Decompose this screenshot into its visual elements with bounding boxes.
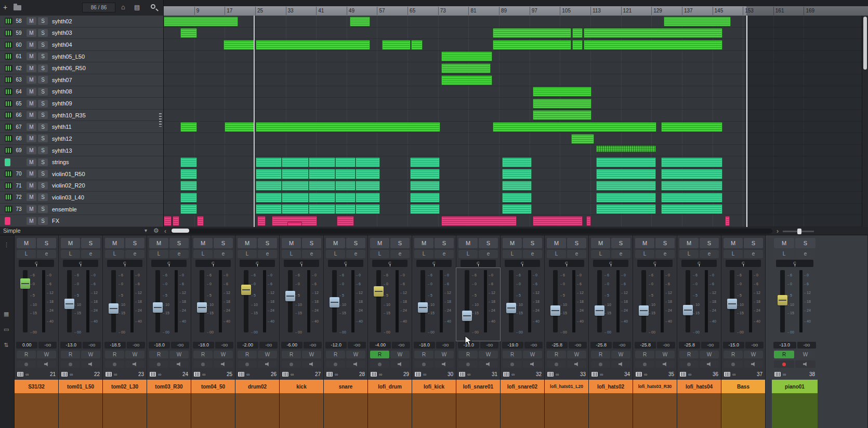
monitor-button[interactable] [390,360,410,368]
pan-control[interactable]: C [284,260,319,267]
track-solo-button[interactable]: S [38,100,48,108]
fader-thumb[interactable] [285,291,295,301]
track-row[interactable]: 68MSsyhth12 [0,133,163,145]
channel-solo-button[interactable]: S [523,238,542,248]
rail-window-icon[interactable]: ▭ [4,326,9,333]
arrange-clip[interactable] [256,204,282,214]
track-mute-button[interactable]: M [27,29,36,37]
arrange-clip[interactable] [180,193,197,203]
write-automation-button[interactable]: W [81,351,100,358]
read-automation-button[interactable]: R [679,351,699,358]
write-automation-button[interactable]: W [744,351,763,358]
pan-control[interactable]: C [681,260,717,267]
write-automation-button[interactable]: W [795,351,816,358]
record-arm-button[interactable] [547,360,566,368]
channel-name-label[interactable]: lofi_hats01_L20 [545,380,588,393]
arrange-clip[interactable] [164,216,172,226]
pan-control[interactable]: C [416,260,452,267]
peak-value[interactable]: -oo [304,342,322,349]
arrange-clip[interactable] [335,181,356,191]
arrange-clip[interactable] [282,204,308,214]
channel-edit-button[interactable]: e [479,250,498,258]
arrange-clip[interactable] [180,181,197,191]
track-solo-button[interactable]: S [38,182,48,190]
read-automation-button[interactable]: R [370,351,389,358]
gear-icon[interactable]: ⚙ [153,227,159,234]
pan-control[interactable]: C [151,260,187,267]
pan-control[interactable]: C [726,260,761,267]
mixer-strip[interactable]: MSLeC6051015000612182440-13.0-ooRW∞22tom… [59,235,103,428]
arrange-clip[interactable] [335,193,356,203]
track-row[interactable]: 60MSsyhth04 [0,39,163,51]
monitor-button[interactable] [125,360,144,368]
channel-solo-button[interactable]: S [479,238,498,248]
ruler-bar-label[interactable]: 73 [438,7,446,15]
channel-name-label[interactable]: lofi_snare01 [456,380,500,393]
track-row[interactable]: 63MSsyhth07 [0,74,163,86]
arrange-clip[interactable] [410,204,439,214]
write-automation-button[interactable]: W [258,351,277,358]
arrange-clip[interactable] [572,28,583,38]
read-automation-button[interactable]: R [503,351,522,358]
fader-thumb[interactable] [109,303,119,314]
track-mute-button[interactable]: M [27,193,36,201]
track-mute-button[interactable]: M [27,52,36,60]
track-solo-button[interactable]: S [38,52,48,60]
mixer-strip[interactable]: MSLeC6051015000612182440-25.8-ooRW∞35lof… [633,235,677,428]
track-row[interactable]: 59MSsyhth03 [0,28,163,39]
channel-edit-button[interactable]: e [169,250,189,258]
channel-listen-button[interactable]: L [238,250,257,258]
mixer-strip[interactable]: MSLeC6051015000612182440-18.0-ooRW∞25tom… [191,235,235,428]
pan-control[interactable]: C [593,260,628,267]
peak-value[interactable]: -oo [613,342,631,349]
mixer-strip[interactable]: MSLeC6051015000612182440-18.0-ooRW∞24tom… [147,235,191,428]
channel-listen-button[interactable]: L [17,250,36,258]
channel-listen-button[interactable]: L [370,250,389,258]
arrange-clip[interactable] [664,17,731,26]
track-solo-button[interactable]: S [38,88,48,96]
channel-listen-button[interactable]: L [503,250,522,258]
ruler-bar-label[interactable]: 89 [499,7,507,15]
record-arm-button[interactable] [591,360,610,368]
channel-listen-button[interactable]: L [547,250,566,258]
pan-control[interactable]: C [107,260,142,267]
fader-thumb[interactable] [197,302,207,313]
track-mute-button[interactable]: M [27,146,36,154]
peak-value[interactable]: -oo [657,342,675,349]
track-row[interactable]: 61MSsyhth05_L50 [0,51,163,63]
volume-value[interactable]: -18.0 [414,342,435,349]
read-automation-button[interactable]: R [282,351,301,358]
arrange-clip[interactable] [356,193,379,203]
track-mute-button[interactable]: M [27,123,36,131]
ruler-bar-label[interactable]: 65 [407,7,415,15]
write-automation-button[interactable]: W [655,351,675,358]
pan-control[interactable]: C [19,260,54,267]
mixer-strip[interactable]: MSLeC6051015000612182440-25.8-ooRW∞36lof… [677,235,721,428]
channel-mute-button[interactable]: M [679,238,699,248]
fader-track[interactable] [288,270,293,332]
volume-value[interactable]: -13.0 [60,342,82,349]
volume-value[interactable]: -18.0 [193,342,214,349]
channel-name-label[interactable]: snare [324,380,367,393]
timeline-ruler[interactable]: 9172533414957657381899710511312112913714… [164,6,868,16]
peak-value[interactable]: -oo [348,342,366,349]
track-row[interactable]: MSstrings [0,156,163,168]
channel-solo-button[interactable]: S [390,238,410,248]
peak-value[interactable]: -oo [436,342,454,349]
write-automation-button[interactable]: W [479,351,498,358]
peak-value[interactable]: -oo [701,342,719,349]
pan-control[interactable]: C [240,260,275,267]
track-mute-button[interactable]: M [27,17,36,25]
monitor-button[interactable] [435,360,454,368]
mode-select[interactable]: Simple [3,228,21,234]
channel-mute-button[interactable]: M [503,238,522,248]
record-arm-button[interactable] [635,360,654,368]
pan-control[interactable]: C [328,260,363,267]
record-arm-button[interactable] [326,360,345,368]
fader-thumb[interactable] [727,299,737,309]
read-automation-button[interactable]: R [635,351,654,358]
arrange-clip[interactable] [410,193,439,203]
horizontal-scrollbar-thumb[interactable] [172,229,189,233]
record-arm-button[interactable] [503,360,522,368]
channel-edit-button[interactable]: e [81,250,100,258]
